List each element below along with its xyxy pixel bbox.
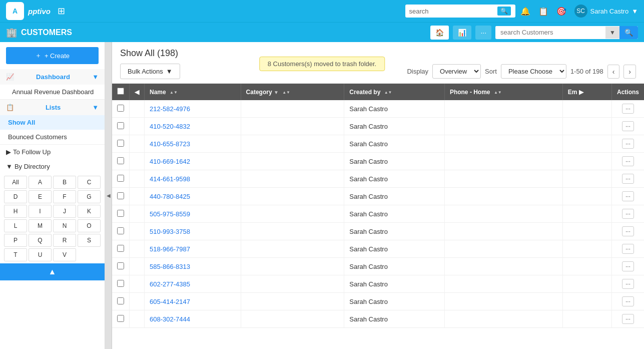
sidebar-toggle-by-directory[interactable]: ▼ By Directory xyxy=(0,159,105,174)
row-name-link[interactable]: 505-975-8559 xyxy=(150,210,190,218)
prev-page-button[interactable]: ‹ xyxy=(607,65,620,79)
dir-btn-t[interactable]: T xyxy=(4,248,27,261)
row-checkbox[interactable] xyxy=(117,297,124,304)
display-select[interactable]: Overview Detail xyxy=(432,64,481,79)
row-name-link[interactable]: 410-669-1642 xyxy=(150,158,190,165)
header-category[interactable]: Category ▼ ▲▼ xyxy=(241,84,344,100)
row-checkbox[interactable] xyxy=(117,227,124,234)
row-more-button[interactable]: ··· xyxy=(622,156,634,166)
dir-btn-d[interactable]: D xyxy=(4,190,27,203)
header-created-by[interactable]: Created by ▲▼ xyxy=(344,84,445,100)
target-icon[interactable]: 🎯 xyxy=(556,7,566,16)
row-name-link[interactable]: 440-780-8425 xyxy=(150,193,190,200)
row-more-button[interactable]: ··· xyxy=(622,191,634,201)
row-more-button[interactable]: ··· xyxy=(622,104,634,114)
user-menu[interactable]: SC Sarah Castro ▼ xyxy=(574,5,638,18)
create-button[interactable]: ＋ + Create xyxy=(6,47,99,64)
dir-btn-l[interactable]: L xyxy=(4,219,27,232)
header-phone-home[interactable]: Phone - Home ▲▼ xyxy=(444,84,562,100)
sidebar-collapse-handle[interactable]: ◀ xyxy=(105,42,112,349)
dir-btn-c[interactable]: C xyxy=(78,176,101,189)
row-email-cell xyxy=(562,258,611,275)
row-checkbox[interactable] xyxy=(117,245,124,252)
row-name-link[interactable]: 585-866-8313 xyxy=(150,263,190,270)
row-category-cell xyxy=(241,135,344,153)
dir-btn-a[interactable]: A xyxy=(29,176,52,189)
row-checkbox[interactable] xyxy=(117,157,124,164)
customers-search-input[interactable] xyxy=(495,26,605,39)
dir-btn-f[interactable]: F xyxy=(53,190,76,203)
row-more-button[interactable]: ··· xyxy=(622,121,634,131)
row-checkbox[interactable] xyxy=(117,192,124,199)
header-name[interactable]: Name ▲▼ xyxy=(145,84,241,100)
row-name-link[interactable]: 518-966-7987 xyxy=(150,245,190,253)
row-name-link[interactable]: 410-520-4832 xyxy=(150,123,190,130)
sort-select[interactable]: Please Choose Name A-Z Name Z-A xyxy=(501,64,566,79)
row-name-link[interactable]: 410-655-8723 xyxy=(150,140,190,148)
dir-btn-all[interactable]: All xyxy=(4,176,27,189)
row-name-link[interactable]: 212-582-4976 xyxy=(150,105,190,113)
sidebar-item-show-all[interactable]: Show All xyxy=(0,115,105,130)
customers-search-dropdown[interactable]: ▼ xyxy=(605,27,619,39)
dir-btn-g[interactable]: G xyxy=(78,190,101,203)
customers-search-button[interactable]: 🔍 xyxy=(619,26,638,39)
next-page-button[interactable]: › xyxy=(623,65,636,79)
row-name-link[interactable]: 414-661-9598 xyxy=(150,175,190,183)
sidebar-toggle-to-follow-up[interactable]: ▶ To Follow Up xyxy=(0,145,105,159)
sidebar-item-bounced-customers[interactable]: Bounced Customers xyxy=(0,130,105,144)
dir-btn-j[interactable]: J xyxy=(53,205,76,218)
dir-btn-h[interactable]: H xyxy=(4,205,27,218)
row-more-button[interactable]: ··· xyxy=(622,296,634,306)
row-name-link[interactable]: 510-993-3758 xyxy=(150,228,190,235)
select-all-checkbox[interactable] xyxy=(117,88,124,95)
row-checkbox[interactable] xyxy=(117,175,124,182)
global-search-input[interactable] xyxy=(409,8,494,15)
bulk-actions-button[interactable]: Bulk Actions ▼ xyxy=(120,64,180,79)
dir-btn-k[interactable]: K xyxy=(78,205,101,218)
home-tab-button[interactable]: 🏠 xyxy=(430,26,449,40)
sidebar-item-annual-revenue[interactable]: Annual Revenue Dashboard xyxy=(0,85,105,99)
dir-btn-u[interactable]: U xyxy=(29,248,52,261)
row-name-link[interactable]: 605-414-2147 xyxy=(150,298,190,305)
dir-btn-q[interactable]: Q xyxy=(29,234,52,247)
dir-btn-i[interactable]: I xyxy=(29,205,52,218)
dir-btn-s[interactable]: S xyxy=(78,234,101,247)
more-tab-button[interactable]: ··· xyxy=(475,26,491,40)
row-name-link[interactable]: 608-302-7444 xyxy=(150,315,190,323)
header-nav-col[interactable]: ◀ xyxy=(130,84,145,100)
global-search-button[interactable]: 🔍 xyxy=(497,7,511,16)
row-checkbox[interactable] xyxy=(117,105,124,112)
dir-btn-b[interactable]: B xyxy=(53,176,76,189)
row-checkbox[interactable] xyxy=(117,140,124,147)
row-more-button[interactable]: ··· xyxy=(622,139,634,149)
grid-icon[interactable]: ⊞ xyxy=(58,6,65,17)
clipboard-icon[interactable]: 📋 xyxy=(538,7,548,16)
row-more-button[interactable]: ··· xyxy=(622,209,634,219)
dir-btn-e[interactable]: E xyxy=(29,190,52,203)
row-more-button[interactable]: ··· xyxy=(622,261,634,271)
chart-tab-button[interactable]: 📊 xyxy=(453,26,471,40)
row-actions-cell: ··· xyxy=(611,240,644,258)
dir-btn-v[interactable]: V xyxy=(53,248,76,261)
row-checkbox[interactable] xyxy=(117,262,124,269)
dir-btn-n[interactable]: N xyxy=(53,219,76,232)
notification-icon[interactable]: 🔔 xyxy=(520,7,530,16)
dir-btn-o[interactable]: O xyxy=(78,219,101,232)
row-more-button[interactable]: ··· xyxy=(622,226,634,236)
sidebar-header-dashboard[interactable]: 📈 Dashboard ▼ xyxy=(0,69,105,85)
row-checkbox[interactable] xyxy=(117,122,124,129)
row-name-link[interactable]: 602-277-4385 xyxy=(150,280,190,288)
row-more-button[interactable]: ··· xyxy=(622,279,634,289)
scroll-up-button[interactable]: ▲ xyxy=(0,263,105,280)
row-more-button[interactable]: ··· xyxy=(622,314,634,324)
dir-btn-p[interactable]: P xyxy=(4,234,27,247)
header-email[interactable]: Em ▶ xyxy=(562,84,611,100)
row-checkbox[interactable] xyxy=(117,210,124,217)
row-more-button[interactable]: ··· xyxy=(622,174,634,184)
row-checkbox[interactable] xyxy=(117,315,124,322)
dir-btn-r[interactable]: R xyxy=(53,234,76,247)
row-more-button[interactable]: ··· xyxy=(622,244,634,254)
row-checkbox[interactable] xyxy=(117,280,124,287)
sidebar-header-lists[interactable]: 📋 Lists ▼ xyxy=(0,100,105,115)
dir-btn-m[interactable]: M xyxy=(29,219,52,232)
